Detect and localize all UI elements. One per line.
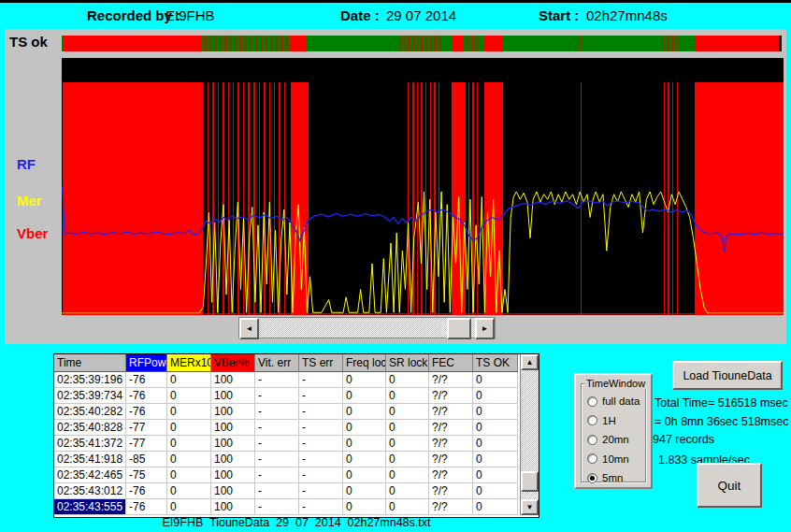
table-cell[interactable]: 0 xyxy=(386,452,429,467)
table-row[interactable]: 02:35:42:465-750100--00?/?0 xyxy=(54,467,519,483)
table-cell[interactable]: 0 xyxy=(473,467,518,483)
radio-icon[interactable] xyxy=(587,473,597,483)
table-cell[interactable]: 0 xyxy=(167,436,211,452)
table-cell[interactable]: 0 xyxy=(473,483,518,499)
table-cell[interactable]: 100 xyxy=(211,467,255,483)
table-cell[interactable]: 100 xyxy=(211,404,255,420)
chart-scrollbar[interactable]: ◄ ► xyxy=(238,317,496,338)
table-cell[interactable]: 0 xyxy=(343,452,386,467)
time-window-option-10mn[interactable]: 10mn xyxy=(582,450,645,469)
chart-scrollbar-thumb[interactable] xyxy=(447,318,471,339)
table-cell[interactable]: 0 xyxy=(167,499,211,515)
table-cell[interactable]: 0 xyxy=(343,436,386,452)
time-window-option-1H[interactable]: 1H xyxy=(582,411,645,431)
table-cell[interactable]: 100 xyxy=(211,420,255,436)
load-tiounedata-button[interactable]: Load TiouneData xyxy=(672,361,783,390)
table-cell[interactable]: - xyxy=(255,483,299,499)
table-cell[interactable]: 0 xyxy=(167,483,211,499)
table-cell[interactable]: - xyxy=(299,404,343,420)
table-cell[interactable]: 0 xyxy=(473,372,518,388)
table-cell[interactable]: -75 xyxy=(126,467,167,483)
table-cell[interactable]: 02:35:43:555 xyxy=(54,499,126,515)
table-scrollbar-thumb[interactable] xyxy=(521,471,539,492)
table-cell[interactable]: -76 xyxy=(126,499,167,515)
quit-button[interactable]: Quit xyxy=(697,463,762,508)
table-cell[interactable]: 02:35:39:196 xyxy=(54,372,126,388)
table-cell[interactable]: - xyxy=(255,404,299,420)
table-cell[interactable]: ?/? xyxy=(429,388,473,404)
table-cell[interactable]: 0 xyxy=(386,404,429,420)
table-cell[interactable]: ?/? xyxy=(429,436,473,452)
table-cell[interactable]: - xyxy=(255,420,299,436)
table-cell[interactable]: 02:35:39:734 xyxy=(54,388,126,404)
table-cell[interactable]: - xyxy=(299,420,343,436)
table-cell[interactable]: - xyxy=(299,436,343,452)
table-cell[interactable]: -76 xyxy=(126,388,167,404)
table-cell[interactable]: - xyxy=(299,388,343,404)
table-cell[interactable]: 0 xyxy=(167,420,211,436)
table-row[interactable]: 02:35:39:734-760100--00?/?0 xyxy=(54,388,519,404)
table-row[interactable]: 02:35:40:282-760100--00?/?0 xyxy=(54,404,519,420)
table-cell[interactable]: - xyxy=(255,388,299,404)
table-cell[interactable]: 0 xyxy=(386,483,429,499)
table-scrollbar[interactable]: ▲ ▼ xyxy=(520,354,539,515)
table-cell[interactable]: 02:35:40:282 xyxy=(54,404,126,420)
table-cell[interactable]: 0 xyxy=(386,372,429,388)
table-cell[interactable]: 0 xyxy=(473,388,518,404)
table-cell[interactable]: - xyxy=(255,452,299,467)
table-cell[interactable]: -76 xyxy=(126,404,167,420)
table-cell[interactable]: 0 xyxy=(343,483,386,499)
table-cell[interactable]: ?/? xyxy=(429,452,473,467)
time-window-option-5mn[interactable]: 5mn xyxy=(582,468,645,488)
table-cell[interactable]: -77 xyxy=(126,420,167,436)
table-cell[interactable]: 0 xyxy=(473,420,518,436)
table-cell[interactable]: -76 xyxy=(126,372,167,388)
table-cell[interactable]: 0 xyxy=(343,404,386,420)
table-row[interactable]: 02:35:41:372-770100--00?/?0 xyxy=(54,436,519,452)
scroll-right-icon[interactable]: ► xyxy=(475,318,495,339)
table-cell[interactable]: 100 xyxy=(211,372,255,388)
time-window-option-full-data[interactable]: full data xyxy=(582,392,645,411)
table-cell[interactable]: 0 xyxy=(343,420,386,436)
table-cell[interactable]: 0 xyxy=(386,436,429,452)
table-cell[interactable]: ?/? xyxy=(429,420,473,436)
table-cell[interactable]: - xyxy=(299,467,343,483)
table-row[interactable]: 02:35:41:918-850100--00?/?0 xyxy=(54,452,519,467)
table-cell[interactable]: 0 xyxy=(167,388,211,404)
table-cell[interactable]: 0 xyxy=(473,404,518,420)
table-cell[interactable]: 0 xyxy=(386,420,429,436)
table-cell[interactable]: ?/? xyxy=(429,372,473,388)
table-cell[interactable]: 02:35:43:012 xyxy=(54,483,126,499)
scroll-left-icon[interactable]: ◄ xyxy=(239,318,259,339)
table-cell[interactable]: 100 xyxy=(211,452,255,467)
table-cell[interactable]: 100 xyxy=(211,388,255,404)
table-cell[interactable]: 0 xyxy=(167,372,211,388)
scroll-down-icon[interactable]: ▼ xyxy=(521,499,539,515)
table-cell[interactable]: - xyxy=(299,499,343,515)
table-cell[interactable]: 100 xyxy=(211,436,255,452)
table-cell[interactable]: - xyxy=(299,372,343,388)
table-cell[interactable]: 02:35:41:918 xyxy=(54,452,126,467)
table-cell[interactable]: 0 xyxy=(167,452,211,467)
table-cell[interactable]: 100 xyxy=(211,483,255,499)
table-row[interactable]: 02:35:43:555-760100--00?/?0 xyxy=(54,499,519,515)
table-cell[interactable]: - xyxy=(299,483,343,499)
scroll-up-icon[interactable]: ▲ xyxy=(521,354,539,370)
table-cell[interactable]: 0 xyxy=(473,452,518,467)
table-cell[interactable]: - xyxy=(255,436,299,452)
table-cell[interactable]: ?/? xyxy=(429,404,473,420)
table-cell[interactable]: 0 xyxy=(473,499,518,515)
table-cell[interactable]: ?/? xyxy=(429,467,473,483)
table-cell[interactable]: 100 xyxy=(211,499,255,515)
table-cell[interactable]: 02:35:40:828 xyxy=(54,420,126,436)
table-cell[interactable]: - xyxy=(255,467,299,483)
table-cell[interactable]: ?/? xyxy=(429,483,473,499)
table-cell[interactable]: 0 xyxy=(343,388,386,404)
table-row[interactable]: 02:35:43:012-760100--00?/?0 xyxy=(54,483,519,499)
table-cell[interactable]: - xyxy=(299,452,343,467)
radio-icon[interactable] xyxy=(587,415,597,425)
table-cell[interactable]: 0 xyxy=(386,467,429,483)
table-row[interactable]: 02:35:39:196-760100--00?/?0 xyxy=(54,372,519,388)
table-cell[interactable]: 0 xyxy=(343,499,386,515)
table-cell[interactable]: - xyxy=(255,372,299,388)
